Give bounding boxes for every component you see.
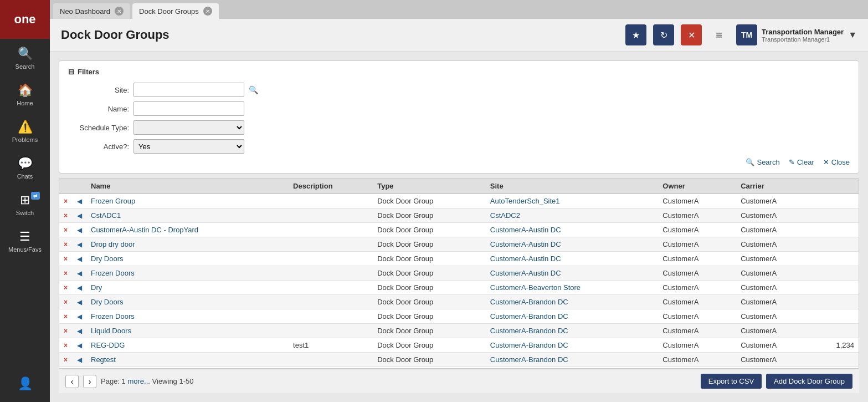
row-name-link[interactable]: Drop dry door [91,240,135,248]
sidebar-item-label: Menus/Favs [8,246,42,253]
row-name-link[interactable]: Dry Doors [91,298,124,306]
row-name-link[interactable]: Frozen Doors [91,312,135,320]
delete-button[interactable]: × [64,212,68,220]
more-pages-link[interactable]: more... [127,377,150,385]
col-type: Type [373,179,486,194]
row-extra-cell [814,309,859,324]
flag-icon[interactable]: ◀ [77,313,82,320]
row-site-link[interactable]: CustomerA-Brandon DC [490,327,568,335]
row-carrier-cell: CustomerA [736,252,814,266]
tab-close-dock-door-groups[interactable]: ✕ [203,7,212,16]
table-row: × ◀ Liquid Doors Dock Door Group Custome… [59,324,859,338]
close-link[interactable]: ✕ Close [823,158,850,166]
refresh-button[interactable]: ↻ [653,24,674,45]
row-site-link[interactable]: CustomerA-Austin DC [490,240,561,248]
flag-icon[interactable]: ◀ [77,241,82,248]
flag-icon[interactable]: ◀ [77,327,82,335]
close-button[interactable]: ✕ [681,24,702,45]
row-site-link[interactable]: CustomerA-Brandon DC [490,341,568,349]
row-site-cell: CustomerA-Austin DC [486,252,659,266]
row-site-link[interactable]: CstADC2 [490,211,520,220]
row-name-link[interactable]: Frozen Group [91,197,135,205]
row-name-link[interactable]: Frozen Doors [91,269,135,277]
delete-button[interactable]: × [64,269,68,277]
tab-close-neo-dashboard[interactable]: ✕ [115,7,124,16]
row-site-link[interactable]: CustomerA-Austin DC [490,269,561,277]
row-site-cell: CustomerA-Austin DC [486,237,659,252]
row-flag-cell: ◀ [73,309,86,324]
flag-icon[interactable]: ◀ [77,226,82,234]
row-type-cell: Dock Door Group [373,353,486,367]
flag-icon[interactable]: ◀ [77,269,82,277]
row-description-cell [289,309,373,324]
row-delete-cell: × [59,208,73,223]
site-input[interactable] [133,83,244,97]
favorite-button[interactable]: ★ [625,24,646,45]
row-name-link[interactable]: CustomerA-Austin DC - DropYard [91,226,198,234]
flag-icon[interactable]: ◀ [77,284,82,292]
flag-icon[interactable]: ◀ [77,255,82,263]
sidebar-item-search[interactable]: 🔍 Search [0,39,50,75]
add-dock-door-group-button[interactable]: Add Dock Door Group [766,374,852,389]
row-site-link[interactable]: CustomerA-Brandon DC [490,355,568,364]
delete-button[interactable]: × [64,197,68,205]
prev-page-button[interactable]: ‹ [65,375,79,388]
row-delete-cell: × [59,281,73,295]
row-site-link[interactable]: CustomerA-Austin DC [490,226,561,234]
delete-button[interactable]: × [64,255,68,263]
flag-icon[interactable]: ◀ [77,342,82,349]
row-name-link[interactable]: CstADC1 [91,211,121,220]
delete-button[interactable]: × [64,241,68,248]
sidebar-item-home[interactable]: 🏠 Home [0,75,50,112]
menu-button[interactable]: ≡ [708,24,730,45]
row-site-link[interactable]: CustomerA-Austin DC [490,255,561,263]
delete-button[interactable]: × [64,226,68,234]
main-area: Neo Dashboard ✕ Dock Door Groups ✕ Dock … [50,0,868,402]
row-extra-cell [814,223,859,237]
flag-icon[interactable]: ◀ [77,356,82,364]
search-link[interactable]: 🔍 Search [746,158,779,166]
flag-icon[interactable]: ◀ [77,197,82,205]
row-type-cell: Dock Door Group [373,281,486,295]
next-page-button[interactable]: › [83,375,96,388]
sidebar-item-profile[interactable]: 👤 [18,369,33,396]
delete-button[interactable]: × [64,313,68,320]
row-site-link[interactable]: AutoTenderSch_Site1 [490,197,560,205]
delete-button[interactable]: × [64,298,68,306]
row-extra-cell: 1,234 [814,338,859,353]
sidebar-item-menus[interactable]: ☰ Menus/Favs [0,222,50,258]
delete-button[interactable]: × [64,356,68,364]
sidebar-item-problems[interactable]: ⚠️ Problems [0,112,50,149]
clear-link[interactable]: ✎ Clear [789,158,814,166]
delete-button[interactable]: × [64,327,68,335]
delete-button[interactable]: × [64,284,68,292]
schedule-type-select[interactable] [133,120,244,135]
tab-dock-door-groups[interactable]: Dock Door Groups ✕ [132,3,219,19]
flag-icon[interactable]: ◀ [77,298,82,306]
site-search-icon[interactable]: 🔍 [249,85,258,94]
col-extra [814,179,859,194]
name-input[interactable] [133,101,244,116]
sidebar-item-chats[interactable]: 💬 Chats [0,149,50,185]
row-owner-cell: CustomerA [658,295,736,309]
row-name-link[interactable]: Dry [91,283,102,292]
row-site-link[interactable]: CustomerA-Beaverton Store [490,283,581,292]
row-name-link[interactable]: Dry Doors [91,255,124,263]
row-name-cell: REG-DDG [86,338,289,353]
active-select[interactable]: Yes No All [133,139,244,154]
export-csv-button[interactable]: Export to CSV [701,374,762,389]
row-site-link[interactable]: CustomerA-Brandon DC [490,312,568,320]
row-carrier-cell: CustomerA [736,281,814,295]
sidebar-item-switch[interactable]: ⊞ ⇄ Switch [0,185,50,222]
filters-actions: 🔍 Search ✎ Clear ✕ Close [68,158,850,166]
row-owner-cell: CustomerA [658,208,736,223]
delete-button[interactable]: × [64,342,68,349]
flag-icon[interactable]: ◀ [77,212,82,220]
tab-neo-dashboard[interactable]: Neo Dashboard ✕ [53,3,130,19]
row-name-link[interactable]: REG-DDG [91,341,125,349]
row-site-link[interactable]: CustomerA-Brandon DC [490,298,568,306]
close-link-icon: ✕ [823,158,829,166]
row-name-link[interactable]: Liquid Doors [91,327,131,335]
user-section[interactable]: TM Transportation Manager Transportation… [736,24,857,45]
row-name-link[interactable]: Regtest [91,355,116,364]
